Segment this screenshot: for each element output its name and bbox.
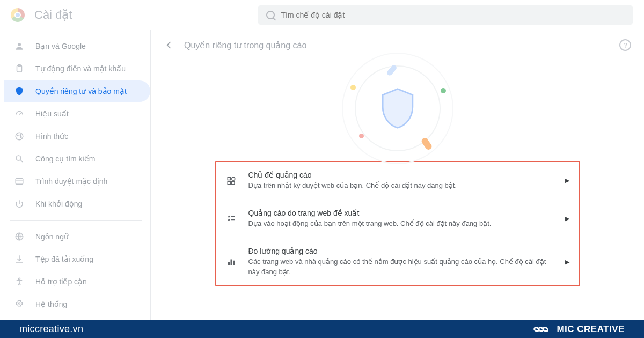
sidebar-item-languages[interactable]: Ngôn ngữ: [4, 226, 150, 247]
top-bar: Cài đặt: [0, 0, 644, 30]
sidebar-item-system[interactable]: Hệ thống: [4, 293, 150, 315]
speedometer-icon: [14, 108, 25, 119]
sidebar-item-label: Khi khởi động: [35, 200, 82, 208]
clipboard-icon: [14, 63, 25, 74]
row-title: Quảng cáo do trang web đề xuất: [248, 209, 555, 217]
row-title: Chủ đề quảng cáo: [248, 171, 555, 179]
svg-point-3: [16, 133, 23, 140]
power-icon: [14, 199, 25, 209]
svg-point-11: [19, 303, 20, 304]
checklist-icon: [224, 214, 239, 224]
row-desc: Dựa vào hoạt động của bạn trên một trang…: [248, 219, 555, 229]
system-icon: [14, 299, 25, 310]
back-button[interactable]: [164, 40, 174, 50]
svg-point-13: [231, 177, 235, 180]
brand-text: MIC CREATIVE: [557, 324, 625, 335]
row-desc: Các trang web và nhà quảng cáo có thể nắ…: [248, 257, 555, 277]
globe-icon: [14, 231, 25, 242]
sidebar-item-you-and-google[interactable]: Bạn và Google: [4, 35, 150, 57]
sidebar-item-label: Quyền riêng tư và bảo mật: [35, 87, 127, 95]
sidebar-item-label: Hệ thống: [35, 300, 67, 308]
sidebar: Bạn và Google Tự động điền và mật khẩu Q…: [0, 30, 150, 320]
svg-rect-17: [230, 260, 232, 266]
ad-privacy-card: Chủ đề quảng cáo Dựa trên nhật ký duyệt …: [215, 161, 580, 286]
sidebar-item-accessibility[interactable]: Hỗ trợ tiếp cận: [4, 271, 150, 292]
topics-icon: [224, 176, 239, 186]
svg-point-5: [20, 135, 21, 136]
sidebar-item-label: Ngôn ngữ: [35, 232, 69, 241]
chevron-right-icon: ▶: [565, 259, 569, 266]
search-bar[interactable]: [258, 5, 633, 25]
footer-brand: MIC CREATIVE: [532, 324, 625, 335]
palette-icon: [14, 131, 25, 142]
chevron-right-icon: ▶: [565, 215, 569, 222]
row-ad-topics[interactable]: Chủ đề quảng cáo Dựa trên nhật ký duyệt …: [216, 162, 579, 200]
svg-rect-8: [16, 179, 23, 185]
shield-icon: [14, 86, 25, 97]
row-ad-measurement[interactable]: Đo lường quảng cáo Các trang web và nhà …: [216, 238, 579, 286]
sidebar-item-performance[interactable]: Hiệu suất: [4, 103, 150, 124]
app-title: Cài đặt: [34, 8, 72, 22]
help-button[interactable]: ?: [619, 39, 631, 51]
sidebar-item-label: Tự động điền và mật khẩu: [35, 64, 126, 73]
shield-illustration-icon: [379, 87, 416, 129]
sidebar-item-label: Trình duyệt mặc định: [35, 177, 107, 186]
sidebar-item-privacy-security[interactable]: Quyền riêng tư và bảo mật: [4, 80, 150, 102]
sidebar-item-label: Hình thức: [35, 132, 68, 141]
row-title: Đo lường quảng cáo: [248, 247, 555, 255]
svg-rect-14: [228, 181, 230, 184]
bar-chart-icon: [224, 257, 239, 267]
main-panel: Quyền riêng tư trong quảng cáo ?: [150, 30, 644, 320]
brand-logo-icon: [532, 324, 551, 335]
download-icon: [14, 254, 25, 264]
search-input[interactable]: [281, 11, 625, 19]
chevron-right-icon: ▶: [565, 177, 569, 184]
browser-icon: [14, 176, 25, 187]
svg-rect-15: [231, 181, 234, 184]
sidebar-item-search-engine[interactable]: Công cụ tìm kiếm: [4, 148, 150, 170]
sidebar-item-label: Hỗ trợ tiếp cận: [35, 277, 87, 286]
magnifier-icon: [14, 153, 25, 164]
footer-url: miccreative.vn: [19, 324, 83, 335]
person-icon: [14, 41, 25, 52]
sidebar-separator: [10, 220, 142, 221]
sidebar-item-label: Tệp đã tải xuống: [35, 255, 93, 263]
svg-point-4: [17, 135, 18, 136]
hero-illustration: [151, 60, 644, 157]
svg-point-10: [19, 278, 20, 280]
page-title: Quyền riêng tư trong quảng cáo: [184, 40, 306, 50]
sidebar-item-appearance[interactable]: Hình thức: [4, 126, 150, 147]
svg-rect-18: [233, 261, 235, 265]
sidebar-item-label: Bạn và Google: [35, 42, 86, 50]
sidebar-item-on-startup[interactable]: Khi khởi động: [4, 193, 150, 215]
svg-point-0: [18, 43, 21, 46]
search-icon: [266, 11, 275, 19]
sidebar-item-downloads[interactable]: Tệp đã tải xuống: [4, 248, 150, 270]
sidebar-item-autofill[interactable]: Tự động điền và mật khẩu: [4, 58, 150, 79]
footer-bar: miccreative.vn MIC CREATIVE: [0, 320, 644, 338]
sidebar-item-label: Hiệu suất: [35, 109, 69, 118]
sidebar-item-default-browser[interactable]: Trình duyệt mặc định: [4, 171, 150, 192]
sidebar-item-label: Công cụ tìm kiếm: [35, 155, 95, 163]
row-site-suggested-ads[interactable]: Quảng cáo do trang web đề xuất Dựa vào h…: [216, 200, 579, 238]
svg-point-6: [20, 137, 21, 138]
svg-point-7: [16, 156, 21, 160]
svg-rect-16: [228, 262, 230, 265]
svg-rect-12: [228, 177, 230, 180]
row-desc: Dựa trên nhật ký duyệt web của bạn. Chế …: [248, 181, 555, 191]
chrome-logo-icon: [11, 8, 25, 22]
accessibility-icon: [14, 276, 25, 287]
